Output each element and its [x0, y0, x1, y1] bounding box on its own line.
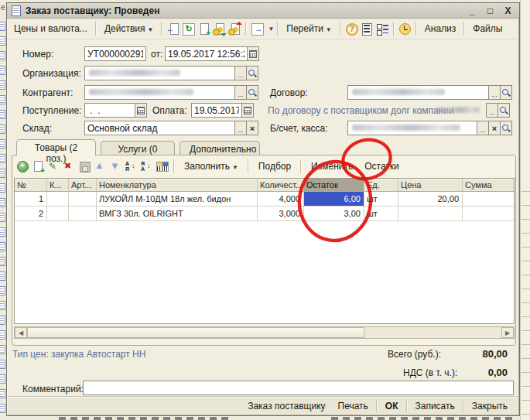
background-doc-icon: [0, 110, 5, 119]
calendar-button[interactable]: [247, 46, 259, 61]
scroll-left-icon[interactable]: ◀: [15, 327, 27, 338]
chevron-down-icon: ▼: [326, 26, 332, 33]
debt-select-button[interactable]: ...: [486, 103, 498, 118]
organization-open-button[interactable]: [246, 66, 258, 80]
post-document-icon[interactable]: [212, 22, 227, 36]
title-bar[interactable]: Заказ поставщику: Проведен _ □ X: [7, 3, 519, 19]
contract-input[interactable]: [347, 85, 489, 100]
background-doc-icon: [0, 169, 5, 178]
close-window-button[interactable]: Закрыть: [466, 398, 514, 414]
column-header-stock-selected[interactable]: Остаток: [304, 179, 364, 192]
tab-services[interactable]: Услуги (0 поз.): [101, 141, 175, 155]
nomenclature-cell[interactable]: ЛУКОЙЛ М-10ДМ 18л жел. бидон: [97, 192, 258, 207]
selected-cell[interactable]: 6,00: [304, 192, 364, 207]
copy-row-icon[interactable]: [32, 160, 45, 173]
move-up-icon[interactable]: [94, 160, 107, 173]
list-view-settings-icon[interactable]: [375, 22, 390, 36]
bank-account-select-button[interactable]: ...: [477, 121, 489, 135]
unpost-document-icon[interactable]: [227, 22, 242, 36]
scroll-right-icon[interactable]: ▶: [501, 327, 514, 338]
supplier-order-menu-button[interactable]: Заказ поставщику: [241, 398, 331, 414]
document-datetime-input[interactable]: [165, 46, 248, 61]
document-icon: [12, 5, 21, 16]
chevron-down-icon[interactable]: ▼: [268, 26, 274, 32]
prices-currency-button[interactable]: Цены и валюта...: [9, 21, 92, 36]
pick-button[interactable]: Подбор: [254, 159, 296, 173]
add-row-icon[interactable]: [16, 160, 29, 173]
counterparty-select-button[interactable]: ...: [234, 85, 247, 100]
copy-new-icon[interactable]: [197, 22, 211, 36]
timer-icon[interactable]: [398, 22, 412, 36]
bank-account-open-button[interactable]: [500, 121, 512, 135]
number-input[interactable]: [84, 46, 146, 61]
table-settings-icon[interactable]: [360, 22, 374, 36]
background-doc-icon: [0, 242, 5, 251]
analysis-button[interactable]: Анализ: [420, 21, 461, 36]
column-header-sum[interactable]: Сумма: [463, 179, 515, 192]
table-row[interactable]: 2 ВМГЗ 30л. OILRIGHT 3,000 3,00 шт: [15, 207, 514, 221]
background-doc-icon: [0, 36, 5, 46]
reread-icon[interactable]: [166, 22, 180, 36]
comment-input[interactable]: [83, 381, 514, 395]
comment-label: Комментарий:: [22, 384, 84, 394]
calendar-icon: [249, 50, 257, 58]
sort-ascending-icon[interactable]: [125, 160, 138, 173]
toolbar-separator: [463, 400, 464, 412]
ok-button[interactable]: ОК: [379, 398, 405, 414]
stock-button[interactable]: Остатки: [360, 159, 404, 173]
counterparty-input[interactable]: [84, 85, 235, 100]
scrollbar-thumb[interactable]: [27, 327, 364, 338]
column-header-price[interactable]: Цена: [398, 179, 463, 192]
horizontal-scrollbar[interactable]: ◀ ▶: [14, 326, 515, 339]
maximize-button[interactable]: □: [484, 5, 497, 16]
column-header-k[interactable]: К...: [47, 179, 69, 192]
scrollbar-track[interactable]: [364, 327, 501, 338]
column-header-nomenclature[interactable]: Номенклатура: [97, 179, 258, 192]
warehouse-input[interactable]: [84, 121, 235, 135]
contract-select-button[interactable]: ...: [488, 85, 501, 100]
nomenclature-cell[interactable]: ВМГЗ 30л. OILRIGHT: [97, 207, 258, 221]
change-button[interactable]: Изменить: [306, 159, 357, 173]
go-to-menu-button[interactable]: Перейти▼: [282, 21, 336, 36]
print-output-icon[interactable]: [250, 22, 265, 36]
counterparty-open-button[interactable]: [246, 85, 258, 100]
column-header-article[interactable]: Арт...: [69, 179, 97, 192]
sort-descending-icon[interactable]: [140, 160, 153, 173]
warehouse-clear-button[interactable]: ×: [246, 121, 258, 135]
refresh-icon[interactable]: [181, 22, 196, 36]
tab-goods[interactable]: Товары (2 поз.): [16, 139, 96, 155]
background-doc-icon: [0, 389, 5, 398]
column-header-number[interactable]: №: [15, 179, 47, 192]
save-button[interactable]: Записать: [409, 398, 461, 414]
organization-select-button[interactable]: ...: [234, 66, 247, 80]
background-doc-icon: [0, 257, 5, 266]
price-type-link[interactable]: Тип цен: закупка Автостарт НН: [12, 349, 145, 360]
background-doc-icon: [0, 374, 5, 384]
bank-account-input[interactable]: [347, 121, 477, 135]
bank-account-clear-button[interactable]: ×: [488, 121, 501, 135]
fill-menu-button[interactable]: Заполнить▼: [180, 159, 243, 173]
payment-date-input[interactable]: [191, 103, 242, 118]
tab-additional[interactable]: Дополнительно: [180, 141, 260, 155]
minimize-button[interactable]: _: [466, 5, 479, 16]
warehouse-select-button[interactable]: ...: [234, 121, 247, 135]
close-button[interactable]: X: [501, 5, 515, 16]
sum-cell-clipped[interactable]: 80,00: [463, 192, 515, 207]
calendar-button[interactable]: [241, 103, 254, 118]
help-icon[interactable]: [344, 22, 359, 36]
print-button[interactable]: Печать: [332, 398, 374, 414]
actions-menu-button[interactable]: Действия▼: [100, 21, 159, 36]
calendar-button[interactable]: [135, 103, 147, 118]
debt-open-button[interactable]: [498, 103, 510, 118]
receipt-date-input[interactable]: [84, 103, 135, 118]
barcode-icon[interactable]: [156, 160, 169, 173]
column-header-unit[interactable]: Ед.: [364, 179, 398, 192]
move-down-icon[interactable]: [109, 160, 122, 173]
magnifier-icon: [248, 69, 257, 78]
files-button[interactable]: Файлы: [468, 21, 507, 36]
column-header-quantity[interactable]: Количест...: [258, 179, 304, 192]
contract-open-button[interactable]: [500, 85, 512, 100]
organization-input[interactable]: [84, 66, 235, 80]
table-row[interactable]: 1 ЛУКОЙЛ М-10ДМ 18л жел. бидон 4,000 6,0…: [15, 192, 514, 207]
document-window: Заказ поставщику: Проведен _ □ X Цены и …: [6, 2, 520, 416]
